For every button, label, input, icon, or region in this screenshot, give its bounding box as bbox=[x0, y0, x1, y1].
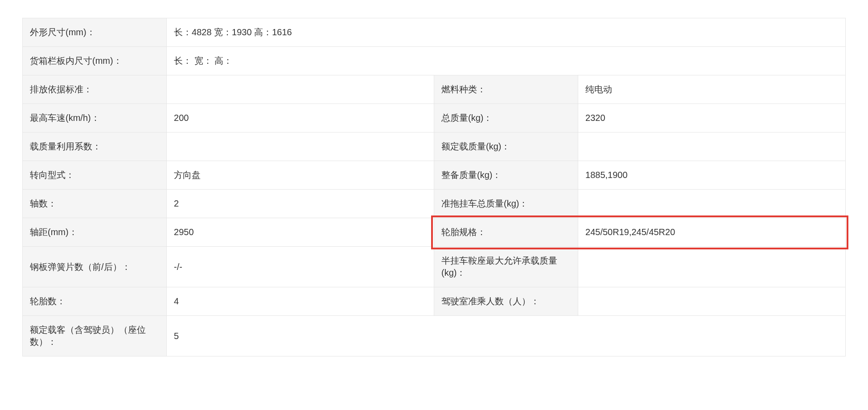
trailer-gross-label: 准拖挂车总质量(kg)： bbox=[434, 190, 578, 218]
load-coef-label: 载质量利用系数： bbox=[23, 133, 167, 161]
axles-label: 轴数： bbox=[23, 190, 167, 218]
wheelbase-label: 轴距(mm)： bbox=[23, 218, 167, 247]
table-row: 轴数： 2 准拖挂车总质量(kg)： bbox=[23, 190, 846, 218]
saddle-max-value bbox=[578, 247, 846, 287]
emission-label: 排放依据标准： bbox=[23, 75, 167, 104]
fuel-label: 燃料种类： bbox=[434, 75, 578, 104]
table-row: 轴距(mm)： 2950 轮胎规格： 245/50R19,245/45R20 bbox=[23, 218, 846, 247]
curb-weight-label: 整备质量(kg)： bbox=[434, 161, 578, 190]
rated-passengers-label: 额定载客（含驾驶员）（座位数）： bbox=[23, 316, 167, 356]
tire-spec-label: 轮胎规格： bbox=[434, 218, 578, 247]
dimensions-value: 长：4828 宽：1930 高：1616 bbox=[167, 18, 846, 47]
axles-value: 2 bbox=[167, 190, 434, 218]
table-row: 转向型式： 方向盘 整备质量(kg)： 1885,1900 bbox=[23, 161, 846, 190]
gross-weight-value: 2320 bbox=[578, 104, 846, 133]
rated-passengers-value: 5 bbox=[167, 316, 846, 356]
tire-count-value: 4 bbox=[167, 287, 434, 316]
curb-weight-value: 1885,1900 bbox=[578, 161, 846, 190]
top-speed-value: 200 bbox=[167, 104, 434, 133]
table-row: 排放依据标准： 燃料种类： 纯电动 bbox=[23, 75, 846, 104]
cab-occupants-label: 驾驶室准乘人数（人）： bbox=[434, 287, 578, 316]
emission-value bbox=[167, 75, 434, 104]
dimensions-label: 外形尺寸(mm)： bbox=[23, 18, 167, 47]
wheelbase-value: 2950 bbox=[167, 218, 434, 247]
tire-spec-value: 245/50R19,245/45R20 bbox=[578, 218, 846, 247]
cargo-box-value: 长： 宽： 高： bbox=[167, 47, 846, 75]
table-row: 钢板弹簧片数（前/后）： -/- 半挂车鞍座最大允许承载质量(kg)： bbox=[23, 247, 846, 287]
table-row: 外形尺寸(mm)： 长：4828 宽：1930 高：1616 bbox=[23, 18, 846, 47]
leaf-spring-label: 钢板弹簧片数（前/后）： bbox=[23, 247, 167, 287]
cab-occupants-value bbox=[578, 287, 846, 316]
leaf-spring-value: -/- bbox=[167, 247, 434, 287]
trailer-gross-value bbox=[578, 190, 846, 218]
top-speed-label: 最高车速(km/h)： bbox=[23, 104, 167, 133]
table-row: 最高车速(km/h)： 200 总质量(kg)： 2320 bbox=[23, 104, 846, 133]
cargo-box-label: 货箱栏板内尺寸(mm)： bbox=[23, 47, 167, 75]
table-row: 额定载客（含驾驶员）（座位数）： 5 bbox=[23, 316, 846, 356]
spec-table: 外形尺寸(mm)： 长：4828 宽：1930 高：1616 货箱栏板内尺寸(m… bbox=[22, 18, 846, 356]
table-row: 货箱栏板内尺寸(mm)： 长： 宽： 高： bbox=[23, 47, 846, 75]
rated-load-label: 额定载质量(kg)： bbox=[434, 133, 578, 161]
table-row: 载质量利用系数： 额定载质量(kg)： bbox=[23, 133, 846, 161]
steering-label: 转向型式： bbox=[23, 161, 167, 190]
tire-count-label: 轮胎数： bbox=[23, 287, 167, 316]
gross-weight-label: 总质量(kg)： bbox=[434, 104, 578, 133]
steering-value: 方向盘 bbox=[167, 161, 434, 190]
spec-table-wrapper: 外形尺寸(mm)： 长：4828 宽：1930 高：1616 货箱栏板内尺寸(m… bbox=[22, 18, 846, 356]
load-coef-value bbox=[167, 133, 434, 161]
table-row: 轮胎数： 4 驾驶室准乘人数（人）： bbox=[23, 287, 846, 316]
saddle-max-label: 半挂车鞍座最大允许承载质量(kg)： bbox=[434, 247, 578, 287]
fuel-value: 纯电动 bbox=[578, 75, 846, 104]
rated-load-value bbox=[578, 133, 846, 161]
